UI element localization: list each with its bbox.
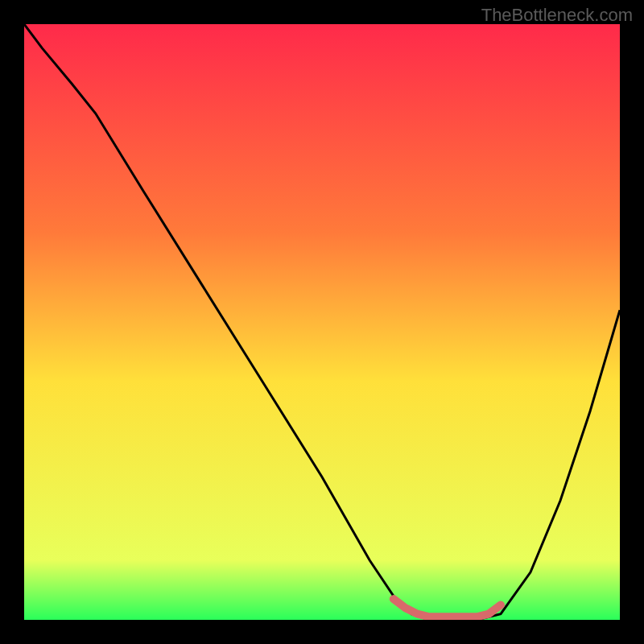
chart-background bbox=[24, 24, 620, 620]
chart-svg bbox=[24, 24, 620, 620]
chart-container bbox=[24, 24, 620, 620]
watermark-text: TheBottleneck.com bbox=[481, 5, 633, 26]
